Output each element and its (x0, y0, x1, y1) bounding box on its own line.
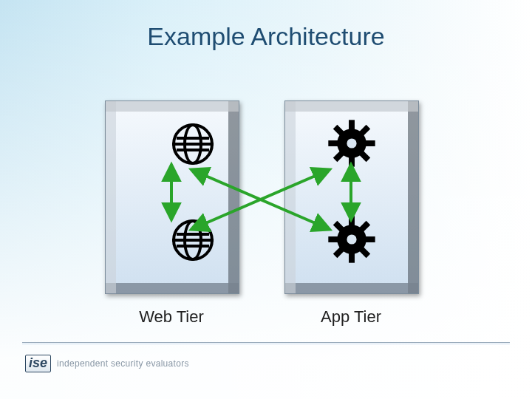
svg-rect-12 (349, 253, 355, 262)
gear-icon (327, 119, 376, 171)
footer-divider (22, 344, 510, 344)
logo-tagline: independent security evaluators (57, 358, 189, 369)
app-tier-panel (284, 100, 419, 294)
footer-divider (22, 342, 510, 343)
svg-rect-2 (349, 157, 355, 166)
gear-icon (327, 215, 376, 267)
svg-point-19 (347, 234, 356, 244)
relationship-arrows (0, 0, 532, 399)
svg-rect-11 (349, 216, 355, 225)
svg-rect-3 (328, 140, 338, 146)
company-logo: ise independent security evaluators (25, 355, 189, 372)
app-tier-label: App Tier (284, 307, 417, 327)
web-tier-panel (105, 100, 239, 294)
svg-rect-13 (328, 236, 338, 242)
svg-point-9 (347, 138, 356, 148)
svg-rect-1 (349, 120, 355, 129)
slide: Example Architecture (0, 0, 532, 399)
svg-rect-4 (365, 140, 375, 146)
web-tier-label: Web Tier (105, 307, 238, 327)
svg-rect-14 (365, 236, 375, 242)
slide-title: Example Architecture (0, 22, 532, 51)
logo-abbrev: ise (25, 355, 51, 372)
